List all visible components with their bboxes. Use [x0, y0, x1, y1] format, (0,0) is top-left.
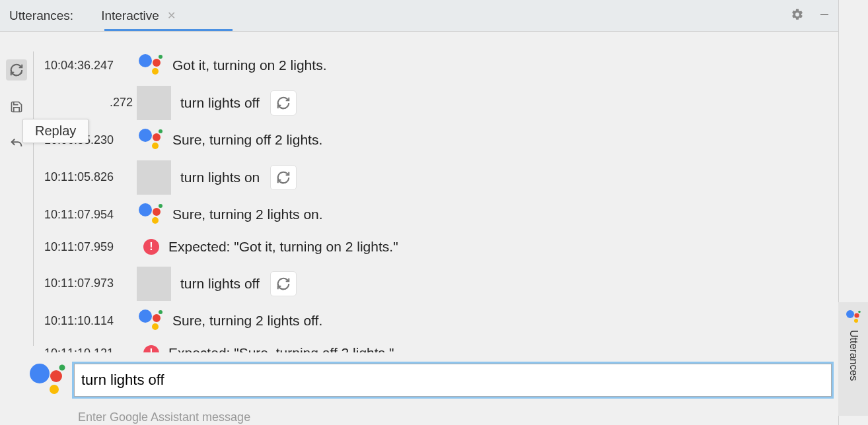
right-dock: Utterances [838, 0, 868, 425]
user-avatar [137, 267, 171, 301]
svg-point-18 [50, 370, 62, 382]
svg-point-5 [139, 129, 152, 142]
svg-point-7 [152, 143, 159, 149]
timestamp: 10:04:36.247 [44, 59, 137, 73]
tooltip-replay: Replay [22, 119, 89, 143]
svg-point-4 [159, 55, 163, 59]
log-row-user: 10:11:07.973 turn lights off [44, 265, 825, 302]
log-row-assistant: 10:11:10.114 Sure, turning 2 lights off. [44, 307, 825, 335]
timestamp: 10:11:10.121 [44, 346, 137, 353]
close-icon[interactable]: ✕ [167, 9, 176, 22]
input-area: Enter Google Assistant message [0, 352, 838, 425]
svg-point-1 [139, 54, 152, 67]
replay-button[interactable] [270, 90, 297, 115]
timestamp: 10:11:07.973 [44, 277, 137, 290]
utterances-tab[interactable]: Utterances [838, 302, 868, 416]
message-text: Expected: "Got it, turning on 2 lights." [168, 239, 398, 255]
replay-button[interactable] [270, 165, 297, 190]
conversation-log: 10:04:36.247 Got it, turning on 2 lights… [34, 32, 838, 352]
assistant-icon [137, 51, 164, 79]
svg-point-19 [50, 385, 59, 394]
timestamp: 10:11:07.959 [44, 240, 137, 254]
svg-point-13 [139, 310, 152, 323]
log-row-error: 10:11:10.121 ! Expected: "Sure, turning … [44, 340, 825, 352]
svg-point-24 [858, 311, 861, 313]
message-text: turn lights off [180, 95, 260, 111]
right-tab-label: Utterances [848, 330, 859, 381]
svg-point-23 [854, 319, 858, 323]
error-icon: ! [143, 239, 159, 255]
assistant-icon [137, 201, 164, 228]
log-row-user: .272 turn lights off [44, 84, 825, 121]
message-text: Sure, turning 2 lights on. [172, 207, 323, 222]
message-input[interactable] [74, 364, 832, 397]
timestamp: 10:11:10.114 [44, 314, 137, 328]
assistant-icon [846, 309, 861, 325]
assistant-icon [137, 126, 164, 154]
minimize-icon[interactable] [818, 9, 830, 23]
user-avatar [137, 86, 171, 120]
input-help: Enter Google Assistant message [78, 410, 838, 424]
svg-point-22 [854, 313, 859, 317]
save-button[interactable] [6, 96, 27, 117]
gear-icon[interactable] [791, 8, 804, 24]
assistant-icon [28, 360, 67, 400]
svg-point-2 [153, 59, 161, 67]
message-text: Expected: "Sure, turning off 2 lights." [168, 345, 394, 352]
tab-label: Interactive [101, 9, 159, 23]
message-text: Got it, turning on 2 lights. [172, 57, 326, 73]
message-text: Sure, turning 2 lights off. [172, 313, 322, 329]
assistant-icon [137, 307, 164, 335]
svg-point-16 [159, 310, 163, 314]
message-text: turn lights on [180, 170, 260, 185]
svg-point-11 [152, 217, 159, 224]
log-row-error: 10:11:07.959 ! Expected: "Got it, turnin… [44, 234, 825, 260]
svg-point-10 [153, 208, 161, 216]
replay-button[interactable] [270, 271, 297, 296]
timestamp: .272 [44, 96, 137, 110]
tab-indicator [104, 29, 233, 31]
svg-point-14 [153, 314, 161, 322]
svg-point-21 [846, 310, 854, 318]
svg-point-20 [59, 365, 65, 371]
header: Utterances: Interactive ✕ [0, 0, 838, 32]
svg-point-3 [152, 68, 159, 75]
log-row-user: 10:11:05.826 turn lights on [44, 159, 825, 195]
user-avatar [137, 160, 171, 195]
log-row-assistant: 10:06:55.230 Sure, turning off 2 lights. [44, 126, 825, 154]
svg-point-17 [30, 364, 50, 383]
svg-point-9 [139, 203, 152, 216]
refresh-button[interactable] [6, 59, 27, 81]
sidebar [0, 32, 33, 352]
log-row-assistant: 10:11:07.954 Sure, turning 2 lights on. [44, 201, 825, 228]
svg-point-6 [153, 133, 161, 141]
svg-point-12 [159, 204, 163, 208]
svg-point-15 [152, 323, 159, 330]
svg-point-8 [159, 129, 163, 133]
log-row-assistant: 10:04:36.247 Got it, turning on 2 lights… [44, 51, 825, 79]
message-text: Sure, turning off 2 lights. [172, 132, 322, 148]
timestamp: 10:11:07.954 [44, 208, 137, 222]
message-text: turn lights off [180, 276, 260, 292]
panel-title: Utterances: [9, 9, 73, 23]
error-icon: ! [143, 345, 159, 352]
timestamp: 10:11:05.826 [44, 170, 137, 184]
tab-interactive[interactable]: Interactive ✕ [93, 0, 182, 32]
